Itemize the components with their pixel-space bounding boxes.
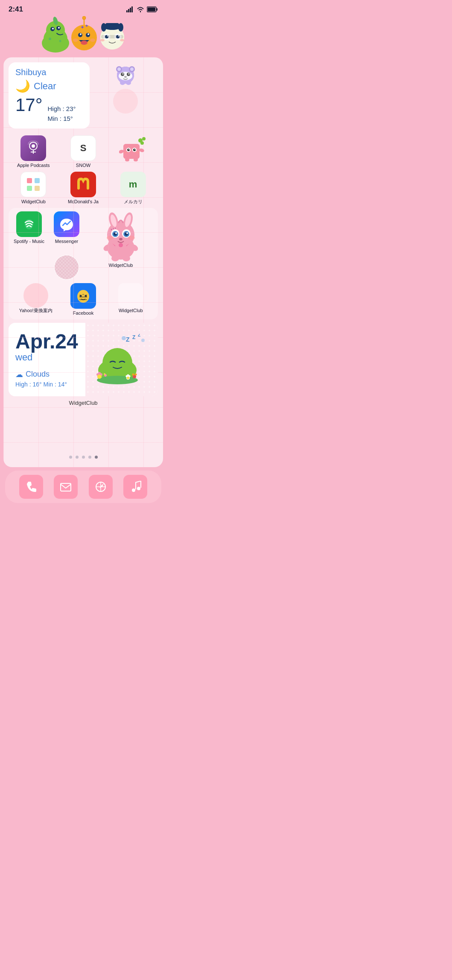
- svg-point-22: [80, 33, 82, 35]
- svg-rect-84: [35, 186, 40, 191]
- svg-point-140: [132, 373, 134, 375]
- weather-low: Min : 15°: [48, 114, 76, 124]
- svg-point-111: [119, 243, 123, 247]
- page-dot-5[interactable]: [95, 456, 98, 459]
- svg-point-74: [134, 149, 135, 150]
- dock-music[interactable]: [123, 475, 147, 499]
- list-item[interactable]: Apple Podcasts: [16, 135, 50, 168]
- svg-point-30: [90, 38, 95, 42]
- calendar-condition: Clouds: [26, 370, 50, 379]
- app-label-spotify: Spotify - Music: [14, 239, 44, 244]
- svg-point-76: [136, 152, 139, 154]
- status-time: 2:41: [9, 5, 23, 14]
- mascot-header: ✦ ✦: [0, 15, 166, 57]
- svg-point-137: [98, 372, 101, 374]
- list-item[interactable]: Spotify - Music: [12, 211, 46, 244]
- svg-point-14: [52, 28, 54, 29]
- list-item[interactable]: Facebook: [66, 283, 100, 316]
- list-item[interactable]: Yahoo!乗換案内: [19, 283, 53, 313]
- pink-checker-circle: [54, 255, 79, 280]
- status-icons: [126, 6, 158, 12]
- page-dot-3[interactable]: [82, 456, 85, 459]
- list-item[interactable]: Messenger: [50, 211, 84, 244]
- list-item[interactable]: McDonald's Ja: [66, 172, 100, 205]
- weather-condition: Clear: [34, 81, 56, 92]
- battery-icon: [147, 6, 158, 12]
- svg-point-123: [83, 291, 87, 295]
- page-dot-1[interactable]: [69, 456, 72, 459]
- svg-point-110: [119, 238, 122, 240]
- svg-point-124: [79, 295, 82, 297]
- dock-safari[interactable]: [89, 475, 113, 499]
- svg-point-36: [118, 23, 123, 32]
- svg-point-148: [127, 377, 129, 379]
- svg-point-11: [56, 39, 68, 47]
- svg-point-132: [102, 348, 132, 378]
- svg-point-23: [87, 33, 89, 35]
- svg-point-154: [132, 489, 135, 492]
- svg-point-103: [115, 232, 117, 234]
- app-icon-snow: S: [70, 135, 96, 161]
- svg-rect-81: [27, 178, 32, 183]
- calendar-info: Apr.24 wed ☁ Clouds High : 16° Min : 14°: [9, 323, 85, 396]
- dock: [5, 471, 161, 503]
- cloud-icon: ☁: [15, 370, 23, 379]
- svg-point-147: [127, 374, 129, 376]
- weather-condition-row: 🌙 Clear: [15, 79, 83, 93]
- svg-point-44: [100, 39, 105, 41]
- calendar-high: High : 16°: [15, 381, 42, 388]
- list-item[interactable]: WidgetClub: [114, 283, 148, 313]
- app-icon-facebook: [70, 283, 96, 309]
- svg-point-104: [126, 232, 128, 234]
- svg-point-115: [121, 251, 128, 256]
- svg-point-58: [120, 81, 125, 85]
- svg-point-17: [49, 38, 51, 40]
- page-dot-4[interactable]: [88, 456, 91, 459]
- page-dot-2[interactable]: [76, 456, 79, 459]
- wifi-icon: [137, 6, 144, 12]
- dock-phone[interactable]: [19, 475, 43, 499]
- svg-point-71: [127, 149, 130, 151]
- svg-point-138: [97, 374, 102, 379]
- dock-mail[interactable]: [54, 475, 78, 499]
- svg-point-45: [120, 39, 124, 41]
- list-item[interactable]: S SNOW: [66, 135, 100, 168]
- moon-star-icon: 🌙: [15, 79, 30, 93]
- tamagotchi-widget-icon: [113, 62, 138, 87]
- svg-point-130: [141, 339, 145, 342]
- svg-rect-156: [135, 483, 136, 489]
- svg-point-61: [32, 144, 35, 148]
- svg-point-29: [73, 38, 78, 42]
- svg-point-55: [122, 73, 124, 74]
- svg-point-125: [85, 295, 87, 297]
- svg-point-51: [130, 67, 134, 71]
- calendar-weather: ☁ Clouds: [15, 370, 79, 379]
- svg-point-133: [97, 376, 138, 384]
- weather-high: High : 23°: [48, 104, 76, 114]
- status-bar: 2:41: [0, 0, 166, 15]
- app-label-facebook: Facebook: [73, 310, 93, 316]
- svg-rect-65: [123, 144, 140, 159]
- svg-point-108: [107, 236, 114, 240]
- svg-point-72: [133, 149, 136, 151]
- svg-point-114: [114, 251, 120, 256]
- calendar-widget[interactable]: Apr.24 wed ☁ Clouds High : 16° Min : 14°…: [9, 323, 158, 396]
- app-icon-widgetclub1: [20, 172, 46, 197]
- svg-text:✦: ✦: [80, 24, 85, 30]
- app-icon-messenger: [54, 211, 79, 237]
- weather-widget[interactable]: Shibuya 🌙 Clear 17° High : 23° Min : 15°: [9, 62, 90, 129]
- spotify-messenger-section: Spotify - Music Messenger: [9, 208, 158, 319]
- svg-point-155: [137, 487, 140, 490]
- svg-point-50: [117, 67, 121, 71]
- svg-rect-34: [105, 23, 119, 28]
- svg-rect-77: [125, 158, 129, 161]
- app-icon-mcdonalds: [70, 172, 96, 197]
- list-item[interactable]: m メルカリ: [116, 172, 150, 205]
- app-icon-podcasts: [20, 135, 46, 161]
- pink-circle-large: [23, 283, 48, 308]
- svg-text:Z: Z: [138, 334, 140, 337]
- list-item[interactable]: WidgetClub: [16, 172, 50, 205]
- svg-point-28: [81, 41, 87, 45]
- svg-point-122: [79, 291, 83, 295]
- calendar-date: Apr.24: [15, 331, 79, 352]
